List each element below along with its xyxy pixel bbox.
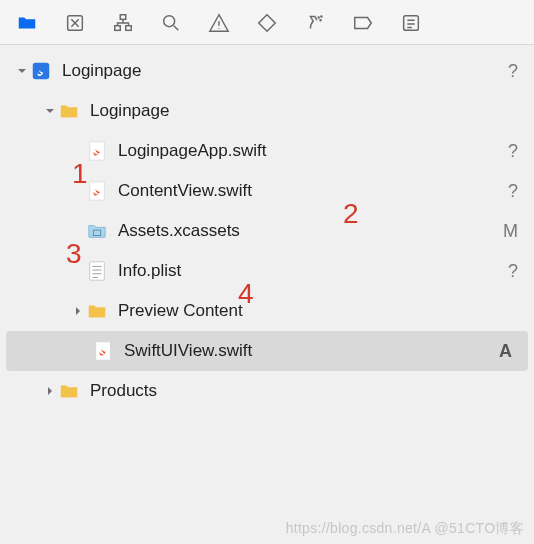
tree-label: LoginpageApp.swift <box>118 141 494 161</box>
tree-label: Loginpage <box>90 101 494 121</box>
debug-icon[interactable] <box>302 10 328 36</box>
svg-rect-3 <box>126 26 132 31</box>
tree-label: ContentView.swift <box>118 181 494 201</box>
svg-point-5 <box>318 17 319 18</box>
app-icon <box>30 60 52 82</box>
swift-file-icon <box>92 340 114 362</box>
folder-icon <box>58 100 80 122</box>
symbol-navigator-icon[interactable] <box>110 10 136 36</box>
breakpoints-icon[interactable] <box>350 10 376 36</box>
navigator-toolbar <box>0 0 534 45</box>
svg-point-4 <box>164 16 175 27</box>
tree-label: Loginpage <box>62 61 494 81</box>
reports-icon[interactable] <box>398 10 424 36</box>
svg-point-7 <box>320 20 321 21</box>
tree-row-file[interactable]: LoginpageApp.swift ? <box>0 131 534 171</box>
status-badge: ? <box>494 181 518 202</box>
tree-label: Preview Content <box>118 301 494 321</box>
tree-row-file[interactable]: Assets.xcassets M <box>0 211 534 251</box>
tree-row-folder[interactable]: Products <box>0 371 534 411</box>
folder-icon <box>58 380 80 402</box>
chevron-down-icon[interactable] <box>42 105 58 117</box>
svg-rect-1 <box>120 15 126 20</box>
tree-row-folder[interactable]: Loginpage <box>0 91 534 131</box>
chevron-down-icon[interactable] <box>14 65 30 77</box>
status-badge: ? <box>494 261 518 282</box>
tree-label: SwiftUIView.swift <box>124 341 488 361</box>
chevron-right-icon[interactable] <box>70 305 86 317</box>
assets-folder-icon <box>86 220 108 242</box>
source-control-icon[interactable] <box>62 10 88 36</box>
tree-row-file-selected[interactable]: SwiftUIView.swift A <box>6 331 528 371</box>
plist-file-icon <box>86 260 108 282</box>
tree-label: Products <box>90 381 494 401</box>
watermark: https://blog.csdn.net/A @51CTO博客 <box>286 520 524 538</box>
project-tree: Loginpage ? Loginpage LoginpageApp.swift… <box>0 45 534 411</box>
tree-row-root[interactable]: Loginpage ? <box>0 51 534 91</box>
swift-file-icon <box>86 180 108 202</box>
folder-icon <box>86 300 108 322</box>
tree-row-folder[interactable]: Preview Content <box>0 291 534 331</box>
swift-file-icon <box>86 140 108 162</box>
tree-row-file[interactable]: ContentView.swift ? <box>0 171 534 211</box>
chevron-right-icon[interactable] <box>42 385 58 397</box>
status-badge: M <box>494 221 518 242</box>
status-badge: A <box>488 341 512 362</box>
tree-row-file[interactable]: Info.plist ? <box>0 251 534 291</box>
tree-label: Info.plist <box>118 261 494 281</box>
status-badge: ? <box>494 141 518 162</box>
status-badge: ? <box>494 61 518 82</box>
svg-rect-2 <box>115 26 121 31</box>
tests-icon[interactable] <box>254 10 280 36</box>
svg-point-6 <box>321 16 322 17</box>
tree-label: Assets.xcassets <box>118 221 494 241</box>
search-icon[interactable] <box>158 10 184 36</box>
issues-icon[interactable] <box>206 10 232 36</box>
project-navigator-icon[interactable] <box>14 10 40 36</box>
svg-rect-9 <box>33 63 50 80</box>
